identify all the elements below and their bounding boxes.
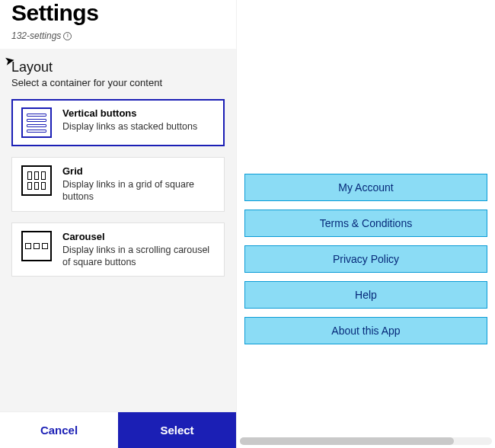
- preview-button[interactable]: Help: [244, 281, 487, 309]
- carousel-icon: [21, 231, 52, 261]
- preview-stack: My Account Terms & Conditions Privacy Po…: [244, 174, 487, 344]
- section-title: Layout: [11, 59, 225, 75]
- section-subtitle: Select a container for your content: [11, 77, 225, 88]
- footer-actions: Cancel Select: [0, 411, 236, 448]
- preview-button[interactable]: Terms & Conditions: [244, 210, 487, 237]
- grid-icon: [21, 165, 52, 196]
- preview-panel: My Account Terms & Conditions Privacy Po…: [236, 0, 495, 448]
- header: Settings 132-settings i: [0, 0, 236, 49]
- cancel-button[interactable]: Cancel: [0, 412, 118, 448]
- meta-text: 132-settings: [11, 30, 61, 41]
- option-desc: Display links in a scrolling carousel of…: [62, 244, 215, 269]
- option-desc: Display links in a grid of square button…: [62, 178, 215, 203]
- layout-section: Layout Select a container for your conte…: [0, 49, 236, 411]
- option-title: Carousel: [62, 231, 215, 242]
- scrollbar-thumb[interactable]: [240, 437, 454, 445]
- option-desc: Display links as stacked buttons: [62, 120, 197, 133]
- select-button[interactable]: Select: [118, 412, 236, 448]
- page-meta: 132-settings i: [11, 30, 225, 41]
- info-icon[interactable]: i: [63, 32, 72, 40]
- preview-button[interactable]: About this App: [244, 317, 487, 344]
- option-grid[interactable]: Grid Display links in a grid of square b…: [11, 157, 225, 212]
- option-vertical-buttons[interactable]: Vertical buttons Display links as stacke…: [11, 99, 225, 146]
- preview-button[interactable]: My Account: [244, 174, 487, 201]
- vertical-buttons-icon: [21, 107, 52, 138]
- option-title: Grid: [62, 165, 215, 177]
- option-title: Vertical buttons: [62, 107, 197, 119]
- settings-panel: Settings 132-settings i Layout Select a …: [0, 0, 236, 448]
- horizontal-scrollbar[interactable]: [240, 437, 492, 445]
- preview-button[interactable]: Privacy Policy: [244, 245, 487, 273]
- page-title: Settings: [11, 0, 225, 26]
- option-carousel[interactable]: Carousel Display links in a scrolling ca…: [11, 222, 225, 277]
